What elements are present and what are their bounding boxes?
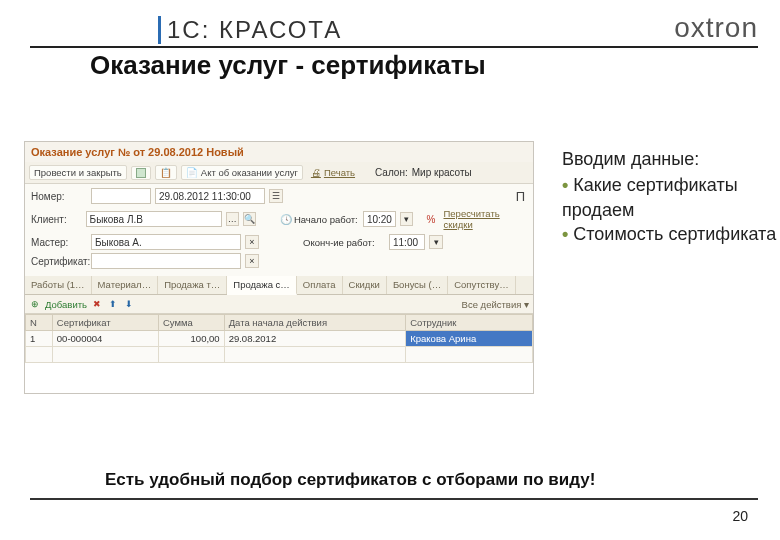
- start-field[interactable]: 10:20: [363, 211, 396, 227]
- client-label: Клиент:: [31, 214, 82, 225]
- clear-icon[interactable]: ×: [245, 235, 259, 249]
- delete-icon[interactable]: ✖: [91, 298, 103, 310]
- tab-materials[interactable]: Материал…: [92, 276, 159, 294]
- clock-icon: 🕓: [280, 214, 290, 224]
- cell-n: 1: [26, 331, 53, 347]
- tab-sale-goods[interactable]: Продажа т…: [158, 276, 227, 294]
- end-label: Оконч-ие работ:: [303, 237, 385, 248]
- grid-filler: [25, 363, 533, 393]
- footnote: Есть удобный подбор сертификатов с отбор…: [105, 470, 740, 490]
- clear2-icon[interactable]: ×: [245, 254, 259, 268]
- cert-field[interactable]: [91, 253, 241, 269]
- open-icon[interactable]: 🔍: [243, 212, 256, 226]
- page-number: 20: [732, 508, 748, 524]
- percent-icon: %: [426, 214, 435, 224]
- form-area: Номер: 29.08.2012 11:30:00 ☰ П Клиент: Б…: [25, 184, 533, 276]
- cert-label: Сертификат:: [31, 256, 87, 267]
- print-link[interactable]: 🖨 Печать: [307, 166, 359, 179]
- cell-emp: Кракова Арина: [406, 331, 533, 347]
- product-title: 1С: КРАСОТА: [158, 16, 342, 44]
- cert-grid: N Сертификат Сумма Дата начала действия …: [25, 314, 533, 363]
- main-toolbar: Провести и закрыть 📋 📄Акт об оказании ус…: [25, 162, 533, 184]
- master-label: Мастер:: [31, 237, 87, 248]
- footer-divider: [30, 498, 758, 500]
- act-button[interactable]: 📄Акт об оказании услуг: [181, 165, 303, 180]
- col-emp[interactable]: Сотрудник: [406, 315, 533, 331]
- header-divider: [30, 46, 758, 48]
- bullet-1: Какие сертификаты продаем: [562, 173, 780, 222]
- salon-label: Салон:: [375, 167, 408, 178]
- tab-bar: Работы (1… Материал… Продажа т… Продажа …: [25, 276, 533, 295]
- col-cert[interactable]: Сертификат: [52, 315, 158, 331]
- post-and-close-button[interactable]: Провести и закрыть: [29, 165, 127, 180]
- tab-sale-cert[interactable]: Продажа с…: [227, 276, 297, 295]
- cell-sum: 100,00: [158, 331, 224, 347]
- slide-subtitle: Оказание услуг - сертификаты: [90, 50, 780, 81]
- window-title: Оказание услуг № от 29.08.2012 Новый: [25, 142, 533, 162]
- date-field[interactable]: 29.08.2012 11:30:00: [155, 188, 265, 204]
- brand-logo: oxtron: [674, 12, 758, 44]
- down-icon[interactable]: ⬇: [123, 298, 135, 310]
- tab-payment[interactable]: Оплата: [297, 276, 343, 294]
- number-field[interactable]: [91, 188, 151, 204]
- side-notes: Вводим данные: Какие сертификаты продаем…: [562, 147, 780, 394]
- cell-cert: 00-000004: [52, 331, 158, 347]
- cell-date: 29.08.2012: [224, 331, 406, 347]
- up-icon[interactable]: ⬆: [107, 298, 119, 310]
- side-heading: Вводим данные:: [562, 147, 780, 171]
- recalc-link[interactable]: Пересчитать скидки: [439, 207, 527, 231]
- app-window: Оказание услуг № от 29.08.2012 Новый Про…: [24, 141, 534, 394]
- add-button[interactable]: Добавить: [45, 299, 87, 310]
- bullet-2: Стоимость сертификата: [562, 222, 780, 246]
- number-label: Номер:: [31, 191, 87, 202]
- col-sum[interactable]: Сумма: [158, 315, 224, 331]
- disk-icon: [136, 168, 146, 178]
- table-row[interactable]: 1 00-000004 100,00 29.08.2012 Кракова Ар…: [26, 331, 533, 347]
- add-icon[interactable]: ⊕: [29, 298, 41, 310]
- grid-toolbar: ⊕ Добавить ✖ ⬆ ⬇ Все действия ▾: [25, 295, 533, 314]
- spin-icon[interactable]: ▾: [400, 212, 413, 226]
- master-field[interactable]: Быкова А.: [91, 234, 241, 250]
- salon-value: Мир красоты: [412, 167, 472, 178]
- table-row[interactable]: [26, 347, 533, 363]
- start-label: Начало работ:: [294, 214, 359, 225]
- client-field[interactable]: Быкова Л.В: [86, 211, 222, 227]
- status-letter: П: [516, 189, 525, 204]
- tab-related[interactable]: Сопутству…: [448, 276, 515, 294]
- spin2-icon[interactable]: ▾: [429, 235, 443, 249]
- all-actions-link[interactable]: Все действия ▾: [462, 299, 529, 310]
- doc-icon: 📄: [186, 167, 198, 178]
- col-date[interactable]: Дата начала действия: [224, 315, 406, 331]
- tab-works[interactable]: Работы (1…: [25, 276, 92, 294]
- lookup-icon[interactable]: …: [226, 212, 239, 226]
- end-field[interactable]: 11:00: [389, 234, 425, 250]
- col-n[interactable]: N: [26, 315, 53, 331]
- tab-bonuses[interactable]: Бонусы (…: [387, 276, 448, 294]
- post-icon-button[interactable]: 📋: [155, 165, 177, 180]
- calendar-icon[interactable]: ☰: [269, 189, 283, 203]
- save-icon-button[interactable]: [131, 166, 151, 180]
- tab-discounts[interactable]: Скидки: [343, 276, 387, 294]
